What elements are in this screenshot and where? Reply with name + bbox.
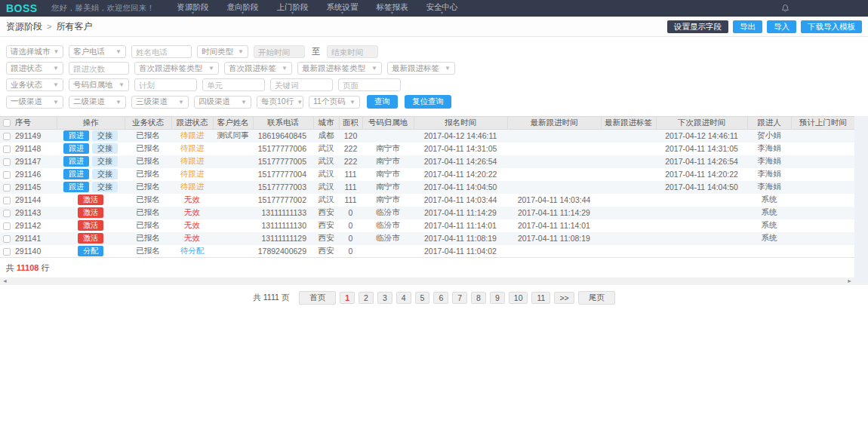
expected-visit-time-cell [791, 194, 854, 207]
page-count-select[interactable]: 11个页码▼ [309, 96, 360, 109]
import-button[interactable]: 导入 [767, 20, 796, 33]
reset-search-button[interactable]: 复位查询 [405, 95, 451, 109]
channel-3-select[interactable]: 三级渠道▼ [131, 96, 189, 109]
number-location-cell [362, 245, 414, 258]
customer-phone-filter-label: 客户电话 [73, 47, 105, 57]
first-follow-tag-select[interactable]: 首次跟进标签▼ [224, 62, 292, 75]
city-cell: 西安 [313, 232, 339, 245]
number-location-label: 号码归属地 [73, 80, 113, 90]
business-status-cell: 已报名 [125, 143, 171, 155]
follow-count-input[interactable] [69, 62, 129, 75]
unit-input[interactable] [202, 78, 265, 91]
first-follow-tag-label: 首次跟进标签 [229, 63, 276, 74]
row-checkbox[interactable] [3, 171, 11, 179]
channel-2-select[interactable]: 二级渠道▼ [69, 96, 126, 109]
city-filter-select[interactable]: 请选择城市▼ [6, 45, 63, 58]
page-button->>[interactable]: >> [554, 292, 574, 304]
page-button-6[interactable]: 6 [433, 292, 448, 304]
customer-phone-filter-select[interactable]: 客户电话▼ [69, 45, 126, 58]
row-checkbox[interactable] [3, 146, 11, 153]
nav-item-3[interactable]: 上门阶段▾ [277, 2, 309, 15]
row-checkbox[interactable] [3, 222, 11, 230]
plan-input[interactable] [134, 78, 197, 91]
page-button-2[interactable]: 2 [359, 292, 374, 304]
table-row: 291140分配已报名待分配17892400629西安02017-04-11 1… [0, 245, 854, 258]
start-time-input[interactable] [254, 45, 305, 58]
action-button-交接[interactable]: 交接 [92, 130, 118, 141]
row-checkbox[interactable] [3, 133, 11, 140]
action-button-交接[interactable]: 交接 [92, 156, 118, 167]
nav-item-4[interactable]: 系统设置▾ [327, 2, 359, 15]
notification-bell-icon[interactable] [781, 4, 790, 13]
next-follow-time-cell [656, 207, 747, 219]
scroll-right-icon[interactable]: ► [847, 278, 852, 284]
end-time-input[interactable] [327, 45, 378, 58]
action-button-交接[interactable]: 交接 [92, 182, 118, 192]
latest-follow-tag-type-select[interactable]: 最新跟进标签类型▼ [297, 62, 382, 75]
page-button-8[interactable]: 8 [471, 292, 486, 304]
nav-item-2[interactable]: 意向阶段▾ [227, 2, 259, 15]
first-follow-tag-type-select[interactable]: 首次跟进标签类型▼ [134, 62, 219, 75]
action-button-激活[interactable]: 激活 [78, 195, 103, 205]
action-button-交接[interactable]: 交接 [92, 169, 118, 179]
row-checkbox[interactable] [3, 210, 11, 217]
nav-item-1[interactable]: 资源阶段▾ [177, 2, 209, 15]
action-button-分配[interactable]: 分配 [78, 246, 103, 256]
keyword-input[interactable] [270, 78, 333, 91]
city-cell: 武汉 [313, 143, 339, 155]
scroll-left-icon[interactable]: ◄ [2, 278, 8, 284]
action-button-跟进[interactable]: 跟进 [63, 143, 89, 154]
page-button-3[interactable]: 3 [377, 292, 392, 304]
rows-per-page-select[interactable]: 每页10行▼ [257, 96, 303, 109]
time-type-select[interactable]: 时间类型▼ [197, 45, 248, 58]
channel-1-select[interactable]: 一级渠道▼ [6, 96, 63, 109]
select-all-checkbox[interactable] [3, 119, 11, 127]
page-input[interactable] [338, 78, 401, 91]
action-button-跟进[interactable]: 跟进 [63, 182, 89, 192]
follow-status-select[interactable]: 跟进状态▼ [6, 62, 63, 75]
page-button-1[interactable]: 1 [340, 292, 355, 304]
row-checkbox[interactable] [3, 158, 11, 166]
page-button-尾页[interactable]: 尾页 [578, 291, 615, 305]
next-follow-time-cell: 2017-04-12 14:46:11 [656, 130, 747, 143]
action-button-激活[interactable]: 激活 [78, 233, 103, 244]
follow-status-badge: 待跟进 [180, 182, 205, 191]
row-checkbox[interactable] [3, 248, 11, 256]
row-checkbox[interactable] [3, 197, 11, 204]
business-status-select[interactable]: 业务状态▼ [6, 78, 63, 91]
nav-item-6[interactable]: 安全中心▾ [426, 2, 458, 15]
nav-item-5[interactable]: 标签报表▾ [377, 2, 408, 15]
page-button-10[interactable]: 10 [509, 292, 528, 304]
page-button-5[interactable]: 5 [415, 292, 430, 304]
customer-name-cell [213, 245, 253, 258]
search-button[interactable]: 查询 [367, 95, 398, 109]
row-id-cell: 291146 [0, 168, 57, 181]
action-button-跟进[interactable]: 跟进 [63, 130, 89, 141]
action-button-激活[interactable]: 激活 [78, 207, 103, 218]
page-button-首页[interactable]: 首页 [299, 291, 336, 305]
channel-3-label: 三级渠道 [136, 97, 168, 107]
page-button-9[interactable]: 9 [490, 292, 505, 304]
page-button-7[interactable]: 7 [452, 292, 467, 304]
horizontal-scrollbar[interactable]: ◄ ► [0, 277, 854, 285]
follow-status-badge: 无效 [184, 207, 200, 216]
download-import-template-button[interactable]: 下载导入模板 [801, 20, 862, 33]
name-phone-input[interactable] [131, 45, 192, 58]
channel-4-select[interactable]: 四级渠道▼ [194, 96, 251, 109]
action-button-激活[interactable]: 激活 [78, 220, 103, 231]
number-location-select[interactable]: 号码归属地▼ [69, 78, 129, 91]
page-button-11[interactable]: 11 [531, 292, 550, 304]
export-button[interactable]: 导出 [733, 20, 762, 33]
app-logo[interactable]: BOSS [6, 2, 45, 14]
latest-follow-tag-select[interactable]: 最新跟进标签▼ [387, 62, 455, 75]
row-checkbox[interactable] [3, 184, 11, 192]
breadcrumb-section[interactable]: 资源阶段 [6, 20, 42, 33]
chevron-down-icon: ▾ [341, 11, 343, 15]
set-display-fields-button[interactable]: 设置显示字段 [667, 20, 728, 33]
action-button-交接[interactable]: 交接 [92, 143, 118, 154]
row-checkbox[interactable] [3, 235, 11, 243]
action-button-跟进[interactable]: 跟进 [63, 156, 89, 167]
action-button-跟进[interactable]: 跟进 [63, 169, 89, 179]
page-button-4[interactable]: 4 [396, 292, 411, 304]
area-cell: 0 [339, 207, 362, 219]
